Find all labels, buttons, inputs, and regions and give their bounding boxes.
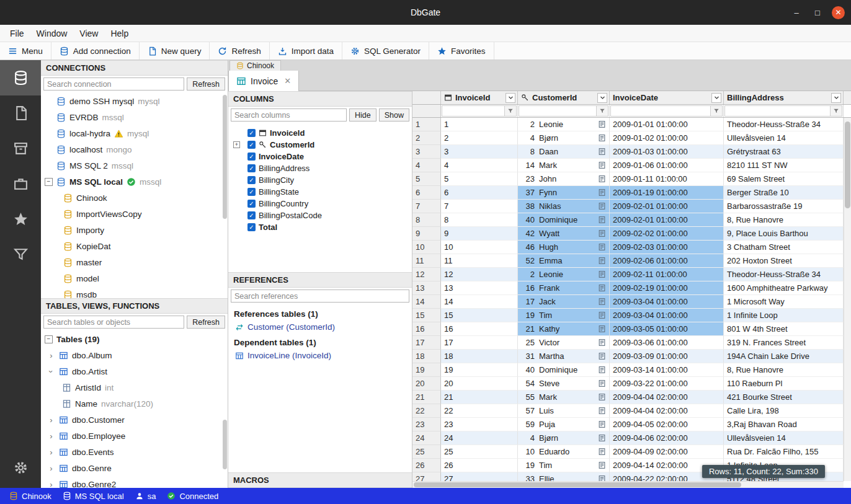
cell-invoicedate[interactable]: 2009-03-04 01:00:00 [610,309,724,322]
checkbox-billingpostalcode[interactable]: ✓ [247,211,256,219]
column-header-billingaddress[interactable]: BillingAddress [724,91,844,104]
cell-billingaddress[interactable]: 1 Infinite Loop [724,309,844,322]
column-toggle-billingaddress[interactable]: ✓BillingAddress [228,162,412,174]
cell-invoicedate[interactable]: 2009-03-14 01:00:00 [610,363,724,377]
cell-customerid[interactable]: 54Steve [518,377,610,391]
column-toggle-customerid[interactable]: +✓CustomerId [228,139,412,151]
cell-billingaddress[interactable]: 8, Rue Hanovre [724,213,844,227]
cell-invoiceid[interactable]: 18 [441,350,518,363]
open-referenced-record-icon[interactable] [598,448,606,456]
columns-show-button[interactable]: Show [379,108,409,122]
reference-link-invoiceline-invoiceid[interactable]: InvoiceLine (InvoiceId) [234,351,406,360]
cell-billingaddress[interactable]: 421 Bourke Street [724,391,844,404]
references-search-input[interactable] [231,290,409,303]
toolbar-favorites-button[interactable]: Favorites [429,42,494,60]
cell-invoicedate[interactable]: 2009-02-19 01:00:00 [610,281,724,295]
cell-invoicedate[interactable]: 2009-01-02 01:00:00 [610,131,724,145]
rail-filter-button[interactable] [0,237,41,272]
open-referenced-record-icon[interactable] [598,134,606,142]
scrollbar-thumb[interactable] [845,122,850,208]
reference-link-customer-customerid[interactable]: Customer (CustomerId) [234,322,406,332]
tables-scrollbar[interactable] [223,333,227,485]
cell-invoicedate[interactable]: 2009-02-06 01:00:00 [610,254,724,268]
cell-billingaddress[interactable]: Theodor-Heuss-Straße 34 [724,268,844,281]
cell-billingaddress[interactable]: 194A Chain Lake Drive [724,350,844,363]
cell-invoiceid[interactable]: 25 [441,445,518,459]
cell-invoiceid[interactable]: 1 [441,118,518,131]
checkbox-invoiceid[interactable]: ✓ [247,129,256,137]
table-item-dbo-employee[interactable]: ›dbo.Employee [41,428,228,444]
cell-invoiceid[interactable]: 26 [441,459,518,472]
cell-customerid[interactable]: 52Emma [518,254,610,268]
rail-archive-button[interactable] [0,131,41,166]
cell-billingaddress[interactable]: 8210 111 ST NW [724,159,844,172]
open-referenced-record-icon[interactable] [598,338,606,347]
column-toggle-billingpostalcode[interactable]: ✓BillingPostalCode [228,210,412,221]
cell-billingaddress[interactable]: 1600 Amphitheatre Parkway [724,281,844,295]
cell-invoiceid[interactable]: 20 [441,377,518,391]
cell-customerid[interactable]: 37Fynn [518,186,610,200]
open-referenced-record-icon[interactable] [598,202,606,210]
toolbar-refresh-button[interactable]: Refresh [210,42,269,60]
cell-invoiceid[interactable]: 16 [441,322,518,336]
cell-invoicedate[interactable]: 2009-02-01 01:00:00 [610,213,724,227]
collapse-expander[interactable]: − [45,335,53,343]
open-referenced-record-icon[interactable] [598,229,606,237]
open-referenced-record-icon[interactable] [598,461,606,469]
cell-customerid[interactable]: 10Eduardo [518,445,610,459]
tables-refresh-button[interactable]: Refresh [187,316,225,329]
cell-billingaddress[interactable]: Ullevålsveien 14 [724,431,844,445]
tables-search-input[interactable] [43,316,184,329]
menu-window[interactable]: Window [30,27,74,40]
cell-billingaddress[interactable]: 202 Hoxton Street [724,254,844,268]
tab-invoice[interactable]: Invoice✕ [228,71,299,91]
maximize-button[interactable]: □ [811,6,824,19]
toolbar-sql-generator-button[interactable]: SQL Generator [342,42,429,60]
table-item-dbo-artist[interactable]: ›dbo.Artist [41,363,228,379]
cell-invoicedate[interactable]: 2009-02-11 01:00:00 [610,268,724,281]
column-menu-button[interactable] [597,93,607,103]
horizontal-scrollbar[interactable] [412,481,844,488]
cell-invoicedate[interactable]: 2009-04-09 02:00:00 [610,445,724,459]
cell-invoiceid[interactable]: 11 [441,254,518,268]
open-referenced-record-icon[interactable] [598,175,606,183]
connection-item-ms-sql-local[interactable]: −MS SQL localmssql [41,174,228,190]
chevron-collapsed-icon[interactable]: › [47,464,55,472]
cell-invoiceid[interactable]: 15 [441,309,518,322]
cell-billingaddress[interactable]: 9, Place Louis Barthou [724,227,844,241]
chevron-collapsed-icon[interactable]: › [47,351,55,360]
open-referenced-record-icon[interactable] [598,298,606,306]
column-toggle-billingcountry[interactable]: ✓BillingCountry [228,198,412,210]
checkbox-customerid[interactable]: ✓ [247,141,256,149]
cell-customerid[interactable]: 55Mark [518,391,610,404]
cell-customerid[interactable]: 59Puja [518,418,610,431]
filter-input-invoicedate[interactable] [610,105,711,117]
checkbox-billingstate[interactable]: ✓ [247,188,256,196]
toolbar-new-query-button[interactable]: New query [140,42,210,60]
rail-star-button[interactable] [0,201,41,237]
cell-customerid[interactable]: 25Victor [518,336,610,350]
database-item-master[interactable]: master [41,254,228,270]
connection-item-evrdb[interactable]: EVRDBmssql [41,109,228,125]
connections-search-input[interactable] [43,77,184,91]
cell-customerid[interactable]: 23John [518,172,610,186]
column-toggle-invoiceid[interactable]: ✓InvoiceId [228,127,412,139]
column-menu-button[interactable] [711,93,721,103]
cell-invoicedate[interactable]: 2009-03-09 01:00:00 [610,350,724,363]
column-menu-button[interactable] [506,93,515,103]
rail-database-button[interactable] [0,60,41,95]
cell-customerid[interactable]: 40Dominique [518,213,610,227]
column-item-name[interactable]: Namenvarchar(120) [41,396,228,412]
cell-invoiceid[interactable]: 21 [441,391,518,404]
cell-billingaddress[interactable]: Rua Dr. Falcão Filho, 155 [724,445,844,459]
cell-invoicedate[interactable]: 2009-02-01 01:00:00 [610,200,724,213]
expand-icon[interactable]: + [233,141,240,148]
cell-invoicedate[interactable]: 2009-01-19 01:00:00 [610,186,724,200]
cell-customerid[interactable]: 4Bjørn [518,431,610,445]
open-referenced-record-icon[interactable] [598,120,606,128]
cell-billingaddress[interactable]: Calle Lira, 198 [724,404,844,418]
open-referenced-record-icon[interactable] [598,243,606,251]
cell-customerid[interactable]: 19Tim [518,309,610,322]
open-referenced-record-icon[interactable] [598,352,606,360]
scrollbar-thumb[interactable] [414,482,741,487]
